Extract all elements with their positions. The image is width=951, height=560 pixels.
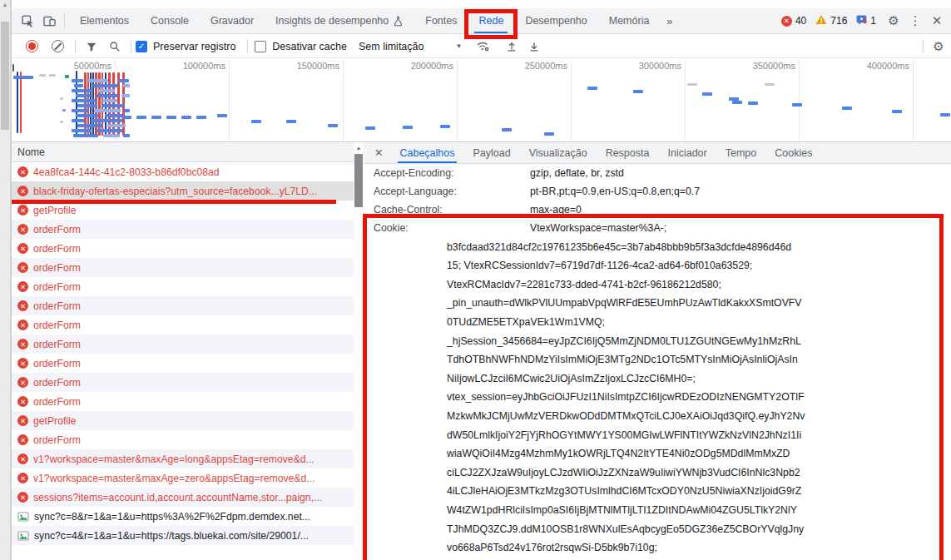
request-row[interactable]: ✕orderForm: [12, 392, 354, 411]
waterfall-bar: [687, 83, 697, 86]
request-row[interactable]: ✕orderForm: [12, 335, 354, 354]
request-row[interactable]: ✕orderForm: [12, 315, 354, 335]
header-value[interactable]: pt-BR,pt;q=0.9,en-US;q=0.8,en;q=0.7: [530, 186, 700, 197]
main-tab-strip: ElementosConsoleGravadorInsights de dese…: [69, 8, 660, 33]
request-row[interactable]: ✕orderForm: [12, 296, 354, 315]
request-row[interactable]: ✕sessions?items=account.id,account.accou…: [12, 488, 354, 507]
timeline-gridline: [799, 59, 800, 141]
details-tab-cookies[interactable]: Cookies: [765, 142, 821, 163]
timeline-gridline: [685, 59, 686, 141]
waterfall-bar: [13, 76, 33, 79]
preserve-log-toggle[interactable]: ✓ Preservar registro: [136, 41, 235, 52]
network-conditions-icon[interactable]: [476, 40, 490, 52]
request-row[interactable]: ✕orderForm: [12, 239, 354, 258]
network-overview-timeline[interactable]: 50000ms100000ms150000ms200000ms250000ms3…: [12, 59, 951, 141]
waterfall-bar: [502, 128, 512, 131]
request-list-scrollbar-thumb[interactable]: [354, 154, 363, 207]
preserve-log-checkbox[interactable]: ✓: [136, 41, 147, 52]
waterfall-bar: [440, 125, 450, 128]
request-row[interactable]: ✕4ea8fca4-144c-41c2-8033-b86df0bc08ad: [12, 162, 354, 181]
details-tab-tempo[interactable]: Tempo: [716, 142, 766, 163]
name-column-header[interactable]: Nome: [12, 142, 354, 162]
waterfall-bar: [403, 126, 413, 129]
filter-icon[interactable]: [86, 41, 97, 52]
timeline-tick-label: 100000ms: [154, 61, 225, 71]
request-row[interactable]: ✕orderForm: [12, 354, 354, 373]
waterfall-bar: [93, 84, 118, 87]
error-icon: ✕: [17, 205, 28, 216]
network-settings-gear-icon[interactable]: ⚙: [928, 36, 949, 57]
header-value[interactable]: max-age=0: [530, 204, 582, 216]
scroll-up-icon[interactable]: ▲: [354, 145, 364, 151]
details-tab-cabecalhos[interactable]: Cabeçalhos: [390, 142, 463, 163]
details-tab-iniciador[interactable]: Iniciador: [658, 142, 716, 163]
tab-rede[interactable]: Rede: [468, 8, 514, 33]
request-row[interactable]: sync?c=8&r=1&a=1&u=https%3A%2F%2Fdpm.dem…: [12, 507, 354, 526]
request-row[interactable]: ✕orderForm: [12, 430, 354, 449]
tab-insights-de-desempenho[interactable]: Insights de desempenho: [265, 8, 414, 33]
details-tab-resposta[interactable]: Resposta: [597, 142, 659, 163]
request-name: 4ea8fca4-144c-41c2-8033-b86df0bc08ad: [33, 166, 220, 178]
tab-console[interactable]: Console: [140, 8, 200, 33]
request-name: sync?c=4&r=1&a=1&u=https://tags.bluekai.…: [34, 530, 309, 542]
tab-gravador[interactable]: Gravador: [200, 8, 265, 33]
waterfall-bar: [103, 134, 120, 137]
details-tab-visualizacao[interactable]: Visualização: [520, 142, 597, 163]
record-network-log-button[interactable]: [26, 40, 38, 52]
waterfall-bar: [102, 99, 117, 102]
waterfall-bar: [77, 104, 97, 107]
request-row[interactable]: ✕getProfile: [12, 411, 354, 430]
divider: [923, 39, 924, 53]
request-name: orderForm: [33, 224, 81, 235]
import-har-icon[interactable]: [506, 41, 518, 52]
request-row[interactable]: ✕orderForm: [12, 220, 354, 239]
clear-network-log-icon[interactable]: [52, 40, 64, 52]
divider: [247, 39, 248, 53]
timeline-gridline: [457, 59, 458, 141]
tab-label: Fontes: [425, 15, 457, 27]
close-details-icon[interactable]: ✕: [364, 146, 390, 159]
tab-elementos[interactable]: Elementos: [69, 8, 140, 33]
waterfall-bar: [12, 64, 14, 72]
cookie-value-line: TdhOTBhNWFhNDMzYiIsImMiOjE3MTg2NDc1OTc5M…: [447, 350, 941, 369]
tab-desempenho[interactable]: Desempenho: [514, 8, 597, 33]
waterfall-bar: [633, 90, 643, 93]
request-row[interactable]: ✕orderForm: [12, 277, 354, 296]
cookie-value[interactable]: VtexWorkspace=master%3A-;b3fcdaad321d84c…: [447, 219, 941, 558]
waterfall-bar: [65, 75, 69, 78]
cookie-value-line: MzkwMkJCMjUwMzVERDkwODdDMTMxQTciLCJ0eXAi…: [447, 407, 941, 426]
disable-cache-toggle[interactable]: Desativar cache: [255, 41, 347, 52]
request-row[interactable]: ✕orderForm: [12, 258, 354, 277]
request-list-panel: Nome ✕4ea8fca4-144c-41c2-8033-b86df0bc08…: [12, 142, 354, 560]
request-row[interactable]: ✕orderForm: [12, 373, 354, 392]
page-scrollbar-thumb[interactable]: [1, 22, 9, 130]
close-devtools-icon[interactable]: ✕: [926, 10, 948, 32]
tab-memoria[interactable]: Memória: [598, 8, 661, 33]
kebab-menu-icon[interactable]: ⋮: [904, 10, 926, 32]
details-tab-payload[interactable]: Payload: [464, 142, 520, 163]
request-name: orderForm: [33, 339, 81, 350]
waterfall-bar: [97, 129, 123, 132]
settings-gear-icon[interactable]: ⚙: [883, 10, 904, 32]
issues-badge[interactable]: 1: [856, 14, 876, 27]
search-icon[interactable]: [109, 41, 121, 52]
request-row[interactable]: ✕v1?workspace=master&maxAge=long&appsEta…: [12, 449, 354, 468]
export-har-icon[interactable]: [528, 41, 540, 52]
warning-count-badge[interactable]: 716: [815, 14, 847, 27]
inspect-element-icon[interactable]: [17, 10, 38, 32]
disable-cache-checkbox[interactable]: [255, 41, 266, 52]
more-tabs-icon[interactable]: »: [660, 15, 679, 27]
waterfall-bar: [17, 72, 18, 133]
request-row[interactable]: ✕black-friday-ofertas-especiais?utm_sour…: [12, 181, 354, 201]
request-row[interactable]: ✕v1?workspace=master&maxAge=zero&appsEta…: [12, 468, 354, 488]
header-name: Cache-Control:: [374, 204, 530, 216]
device-toolbar-icon[interactable]: [38, 10, 60, 32]
scroll-up-icon[interactable]: ▲: [0, 2, 10, 7]
request-row[interactable]: sync?c=4&r=1&a=1&u=https://tags.bluekai.…: [12, 526, 354, 545]
error-count-badge[interactable]: ✕ 40: [781, 15, 806, 27]
header-value[interactable]: gzip, deflate, br, zstd: [530, 167, 624, 179]
page-scrollbar[interactable]: ▲: [0, 0, 11, 560]
request-list-scrollbar[interactable]: ▲: [354, 142, 364, 560]
throttling-select[interactable]: Sem limitação ▼: [359, 41, 470, 52]
tab-fontes[interactable]: Fontes: [414, 8, 468, 33]
